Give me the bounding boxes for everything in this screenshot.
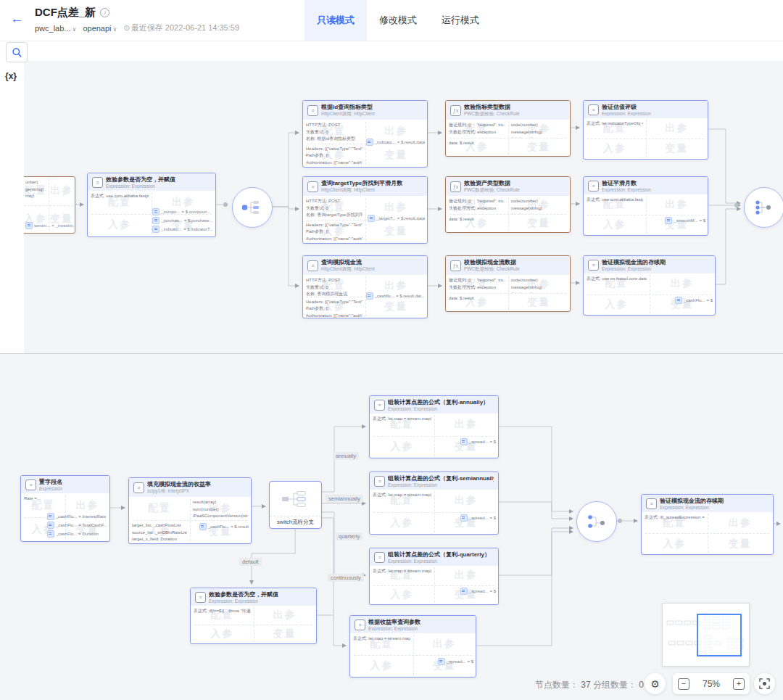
quadrant-watermark: 入参 (663, 538, 686, 551)
group-node-hub-merge-top[interactable] (744, 187, 783, 228)
quadrant-watermark: 出参 (50, 184, 73, 197)
quadrant-watermark: 入参 (605, 298, 628, 311)
back-button[interactable]: ← (10, 12, 24, 25)
flow-node-verify-valuation[interactable]: ≡验证估值评级Expression: Expression配置出参入参变量表达式… (583, 100, 708, 160)
settings-button[interactable]: ⚙ (645, 673, 666, 694)
expression-icon: ≡ (646, 498, 657, 509)
quadrant-watermark: 出参 (665, 122, 688, 135)
node-config-2: target_list: _cashFlowListsource_list: _… (129, 520, 190, 543)
flow-node-formula-quarterly[interactable]: ≡组装计算点差的公式（复利-quarterly）Expression: Expr… (369, 548, 499, 605)
node-subtitle: HttpClient调用: HttpClient (321, 187, 402, 194)
flow-node-param-check-left[interactable]: 配置出参入参变量unber)ge(string)rray)westm...= _… (22, 176, 75, 234)
flow-node-verify-duration-bottom[interactable]: ≡验证模拟现金流的存续期Expression: Expression配置出参入参… (641, 494, 774, 555)
variable-badge-icon (438, 658, 445, 665)
switch-node[interactable]: switch流程分支 (269, 481, 322, 529)
quadrant-watermark: 入参 (390, 588, 413, 601)
tab-mode-0[interactable]: 只读模式 (304, 0, 367, 41)
tab-mode-1[interactable]: 修改模式 (367, 0, 429, 41)
node-config-2: Headers: [{"valueType":"Text","n...Path参… (303, 297, 365, 318)
node-subtitle: Expression: Expression (368, 626, 420, 631)
quadrant-watermark: 变量 (527, 296, 550, 309)
variable-badge-icon (152, 208, 160, 215)
zoom-level: 75% (703, 679, 720, 689)
quadrant-watermark: 出参 (455, 494, 478, 507)
quadrant-watermark: 出参 (729, 516, 752, 530)
gear-icon: ⚙ (650, 678, 660, 690)
flow-designer-app: 配置出参入参变量unber)ge(string)rray)westm...= _… (0, 0, 783, 700)
flow-node-check-indicator-data[interactable]: ƒx效验指标类型数据PWC数据校验: CheckRule配置出参入参变量验证规则… (445, 100, 571, 157)
check-icon: ƒx (450, 260, 461, 271)
node-subtitle: Expression: Expression (388, 559, 490, 564)
node-config: unber)ge(string)rray) (22, 177, 49, 205)
mode-tabs: 只读模式修改模式运行模式 (304, 0, 492, 41)
node-title: 验证模拟现金流的存续期 (602, 258, 666, 266)
flow-node-http-sim-cashflow[interactable]: ≡查询模拟现金流HttpClient调用: HttpClient配置出参入参变量… (302, 255, 428, 318)
group-node-hub-split[interactable] (232, 187, 273, 228)
node-title: 置字段名 (39, 478, 62, 486)
quadrant-watermark: 出参 (384, 125, 407, 138)
node-title: 根据id查询指标类型 (321, 103, 375, 111)
flow-node-formula-semiannually[interactable]: ≡组装计算点差的公式（复利-semiannually）Expression: E… (369, 472, 499, 535)
quadrant-watermark: 出参 (384, 201, 407, 214)
variable-badge-icon (675, 297, 682, 304)
quadrant-watermark: 变量 (527, 141, 550, 154)
search-icon (12, 47, 22, 58)
flow-node-formula-annually[interactable]: ≡组装计算点差的公式（复利-annually）Expression: Expre… (369, 395, 499, 458)
node-subtitle: HttpClient调用: HttpClient (321, 266, 375, 273)
variable-badge-icon (460, 588, 468, 595)
flow-node-check-cashflow-data[interactable]: ƒx校验模拟现金流数据PWC数据校验: CheckRule配置出参入参变量验证规… (445, 255, 571, 312)
node-config: 验证规则: [{ "required": tru...失败处理方式: excep… (446, 120, 508, 138)
variable-badge-icon (665, 217, 672, 224)
node-subtitle: Expression: Expression (602, 266, 666, 271)
variable-badge-icon (366, 139, 373, 146)
flow-node-check-asset-data[interactable]: ƒx效验资产类型数据PWC数据校验: CheckRule配置出参入参变量验证规则… (445, 176, 571, 233)
node-subtitle: Expression: Expression (388, 406, 489, 411)
flow-node-check-params-assign[interactable]: ≡效验参数是否为空，并赋值Expression: Expression配置出参入… (87, 173, 216, 237)
node-config-2: data: $.result (446, 293, 508, 311)
group-node-hub-merge-bottom[interactable] (576, 501, 617, 542)
node-title: 校验模拟现金流数据 (464, 258, 520, 266)
minimap[interactable] (662, 603, 750, 667)
node-title: 组装计算点差的公式（复利-semiannually） (388, 474, 494, 482)
fit-view-button[interactable] (754, 673, 775, 694)
env-selector[interactable]: pwc_lab...∨ (35, 24, 76, 33)
flow-node-set-field-names[interactable]: ≡置字段名Expression配置出参入参变量Rate =..._cashFlo… (20, 475, 110, 542)
tab-mode-2[interactable]: 运行模式 (429, 0, 492, 41)
flow-node-http-indicator-type[interactable]: ≡根据id查询指标类型HttpClient调用: HttpClient配置出参入… (302, 100, 428, 168)
node-title: 验证平滑月数 (602, 179, 651, 187)
check-icon: ƒx (450, 181, 461, 192)
node-config-2: Headers: [{"valueType":"Text","n...Path参… (303, 144, 365, 168)
node-subtitle: Expression: Expression (660, 505, 724, 510)
http-icon: ≡ (307, 181, 318, 192)
zoom-out-button[interactable]: − (678, 678, 689, 690)
flow-node-verify-duration-top[interactable]: ≡验证模拟现金流的存续期Expression: Expression配置出参入参… (583, 255, 716, 316)
quadrant-watermark: 出参 (384, 279, 407, 292)
node-config-2: data: $.result (446, 214, 508, 232)
search-button[interactable] (6, 42, 28, 62)
flow-node-http-target-type[interactable]: ≡查询targetType所找到平滑月数HttpClient调用: HttpCl… (302, 176, 428, 244)
node-title: 验证估值评级 (602, 103, 651, 111)
minimap-viewport[interactable] (697, 614, 742, 656)
flow-node-check-params-bottom[interactable]: ≡效验参数是否为空，并赋值Expression: Expression配置出参入… (190, 588, 317, 644)
node-config: 表达式: use com.alibaba.fastjson... (88, 191, 152, 214)
quadrant-watermark: 入参 (603, 142, 626, 155)
expression-icon: ≡ (195, 592, 206, 603)
quadrant-watermark: 变量 (665, 142, 688, 155)
quadrant-watermark: 变量 (384, 149, 407, 162)
flow-node-verify-smooth-months[interactable]: ≡验证平滑月数Expression: Expression配置出参入参变量表达式… (583, 176, 708, 236)
node-subtitle: Expression: Expression (209, 598, 278, 604)
flow-node-fill-yield[interactable]: ≡填充模拟现金流的收益率scipy1维: InterpSPX配置出参入参变量ta… (128, 477, 252, 544)
zoom-in-button[interactable]: + (733, 678, 745, 690)
api-selector[interactable]: openapi∨ (83, 24, 117, 33)
variable-badge-icon (47, 522, 54, 529)
node-config: 表达式: let map = stream.map()... (370, 490, 434, 512)
node-subtitle: Expression: Expression (602, 187, 651, 192)
switch-icon (281, 490, 311, 508)
info-icon[interactable]: i (100, 8, 109, 17)
node-title: 效验参数是否为空，并赋值 (106, 176, 175, 184)
save-status: ⊙最近保存 2022-06-21 14:35:59 (123, 22, 239, 33)
expression-icon: ≡ (588, 260, 599, 271)
expression-icon: ≡ (374, 476, 385, 487)
node-title: 效验资产类型数据 (464, 179, 520, 187)
flow-node-query-by-yield[interactable]: ≡根据收益率查询参数Expression: Expression配置出参入参变量… (349, 615, 476, 678)
